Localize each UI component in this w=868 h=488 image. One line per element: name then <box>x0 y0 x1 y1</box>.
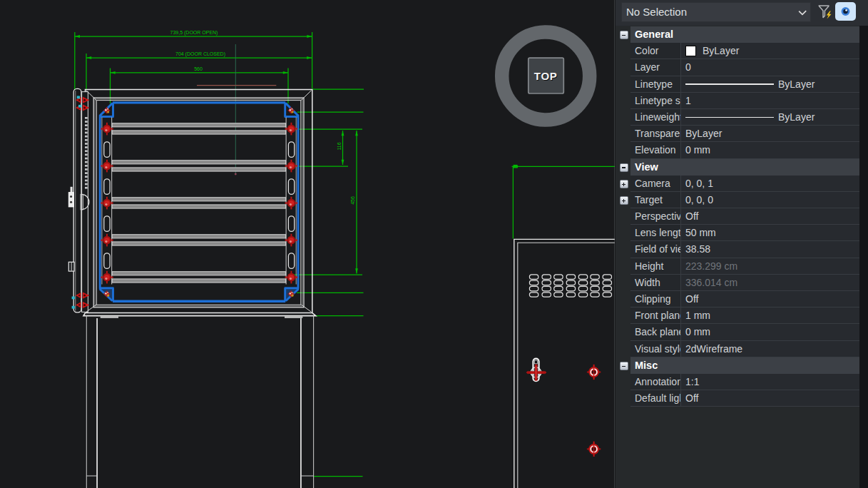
svg-text:560: 560 <box>194 66 203 71</box>
svg-text:704 (DOOR CLOSED): 704 (DOOR CLOSED) <box>175 51 225 57</box>
svg-text:456: 456 <box>350 196 355 205</box>
svg-text:TOP: TOP <box>534 70 558 82</box>
svg-text:116: 116 <box>337 142 342 150</box>
svg-text:739,5 (DOOR OPEN): 739,5 (DOOR OPEN) <box>170 30 218 36</box>
